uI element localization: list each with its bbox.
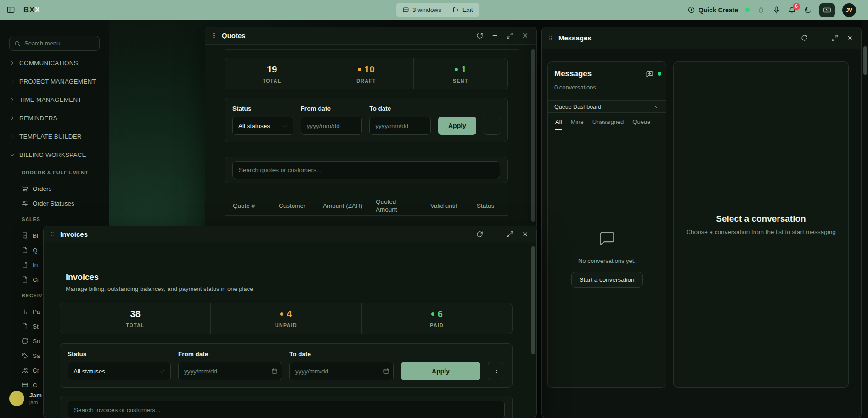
droplet-icon bbox=[757, 6, 765, 14]
page-scrollbar[interactable] bbox=[862, 20, 868, 418]
sidebar-item-label: Sa bbox=[33, 352, 40, 359]
sidebar-item-billing-workspace[interactable]: BILLING WORKSPACE bbox=[0, 145, 109, 164]
logo-accent: X bbox=[35, 6, 40, 14]
user-avatar[interactable]: JV bbox=[842, 3, 856, 17]
apply-filters-button[interactable]: Apply bbox=[401, 362, 480, 380]
theme-toggle-button[interactable] bbox=[804, 6, 812, 14]
sidebar-item-label: Cr bbox=[33, 367, 39, 374]
quotes-titlebar[interactable]: Quotes bbox=[205, 27, 536, 45]
notifications-button[interactable]: 6 bbox=[788, 6, 796, 14]
apply-filters-button[interactable]: Apply bbox=[438, 117, 476, 135]
to-date-input[interactable] bbox=[369, 117, 431, 135]
drag-handle-icon[interactable] bbox=[547, 35, 554, 41]
stat-value: 4 bbox=[287, 309, 292, 319]
invoices-window-body: Invoices Manage billing, outstanding bal… bbox=[44, 242, 536, 418]
page-scrollbar-thumb[interactable] bbox=[863, 46, 867, 75]
minimize-button[interactable] bbox=[489, 30, 501, 42]
refresh-button[interactable] bbox=[473, 228, 485, 240]
sidebar-toggle-button[interactable] bbox=[6, 6, 15, 14]
conversations-empty-state: No conversations yet. Start a conversati… bbox=[548, 130, 666, 387]
minimize-button[interactable] bbox=[813, 32, 825, 44]
quotes-scrollbar[interactable] bbox=[531, 49, 535, 222]
column-quote-number: Quote # bbox=[233, 202, 279, 210]
refresh-button[interactable] bbox=[798, 32, 810, 44]
tab-all[interactable]: All bbox=[555, 113, 562, 130]
conversation-tabs: All Mine Unassigned Queue bbox=[548, 113, 666, 130]
from-date-input[interactable] bbox=[178, 362, 282, 380]
clear-filters-button[interactable] bbox=[488, 362, 503, 380]
maximize-button[interactable] bbox=[504, 228, 516, 240]
sidebar-item-label: Ci bbox=[33, 276, 39, 283]
quotes-search-input[interactable] bbox=[232, 161, 500, 179]
status-select-value: All statuses bbox=[73, 368, 105, 375]
sidebar-item-reminders[interactable]: REMINDERS bbox=[0, 109, 109, 127]
sidebar-search[interactable] bbox=[9, 36, 100, 51]
exit-button[interactable]: Exit bbox=[447, 5, 478, 15]
sliders-icon bbox=[21, 200, 28, 207]
user-profile-email: jam bbox=[29, 400, 42, 405]
clear-filters-button[interactable] bbox=[484, 117, 500, 135]
conversation-panel-header: Messages bbox=[554, 69, 661, 78]
column-valid-until: Valid until bbox=[430, 202, 477, 210]
maximize-button[interactable] bbox=[829, 32, 840, 44]
to-date-input[interactable] bbox=[289, 362, 394, 380]
sidebar-item-project-management[interactable]: PROJECT MANAGEMENT bbox=[0, 72, 109, 90]
new-conversation-button[interactable] bbox=[646, 70, 654, 78]
tab-unassigned[interactable]: Unassigned bbox=[592, 113, 624, 130]
chevron-right-icon bbox=[9, 97, 15, 103]
windows-icon bbox=[402, 6, 409, 13]
status-select[interactable]: All statuses bbox=[232, 117, 293, 135]
sidebar-search-input[interactable] bbox=[24, 40, 95, 47]
stat-value: 10 bbox=[364, 64, 374, 75]
chat-bubble-icon bbox=[598, 230, 616, 247]
maximize-button[interactable] bbox=[504, 30, 516, 42]
user-profile[interactable]: Jam jam bbox=[9, 391, 42, 406]
invoices-stat-paid: 6 PAID bbox=[361, 303, 512, 334]
quick-create-button[interactable]: Quick Create bbox=[688, 6, 738, 14]
invoices-stat-unpaid: 4 UNPAID bbox=[210, 303, 361, 334]
sidebar-item-orders[interactable]: Orders bbox=[0, 181, 109, 196]
chevron-right-icon bbox=[9, 134, 15, 139]
sidebar-item-time-management[interactable]: TIME MANAGEMENT bbox=[0, 90, 109, 109]
sidebar-item-label: BILLING WORKSPACE bbox=[19, 151, 86, 158]
close-button[interactable] bbox=[844, 32, 856, 44]
messages-panel-title: Messages bbox=[554, 69, 592, 78]
invoices-stats: 38 TOTAL 4 UNPAID 6 PAID bbox=[60, 303, 513, 334]
chevron-right-icon bbox=[9, 78, 15, 84]
status-filter-label: Status bbox=[232, 105, 293, 112]
stat-value: 1 bbox=[461, 64, 466, 75]
invoices-titlebar[interactable]: Invoices bbox=[44, 226, 536, 242]
to-date-label: To date bbox=[369, 105, 431, 112]
tab-queue[interactable]: Queue bbox=[632, 113, 650, 130]
minimize-button[interactable] bbox=[489, 228, 501, 240]
close-button[interactable] bbox=[519, 30, 531, 42]
quotes-stat-sent: 1 SENT bbox=[413, 58, 507, 89]
sidebar-item-label: Su bbox=[33, 338, 40, 345]
close-button[interactable] bbox=[519, 228, 531, 240]
drag-handle-icon[interactable] bbox=[211, 33, 217, 39]
drag-handle-icon[interactable] bbox=[49, 231, 56, 237]
windows-button[interactable]: 3 windows bbox=[397, 5, 446, 15]
status-select-value: All statuses bbox=[238, 123, 270, 129]
microphone-icon bbox=[772, 6, 781, 14]
refresh-button[interactable] bbox=[473, 30, 485, 42]
from-date-input[interactable] bbox=[301, 117, 362, 135]
status-select[interactable]: All statuses bbox=[68, 362, 171, 380]
keyboard-button[interactable] bbox=[819, 3, 835, 17]
invoices-search-input[interactable] bbox=[68, 401, 505, 418]
sidebar-item-order-statuses[interactable]: Order Statuses bbox=[0, 196, 109, 211]
queue-dashboard-selector[interactable]: Queue Dashboard bbox=[548, 100, 666, 113]
droplet-button[interactable] bbox=[757, 6, 765, 14]
invoices-scrollbar[interactable] bbox=[531, 246, 535, 354]
column-quoted-amount: Quoted Amount bbox=[376, 198, 430, 214]
sidebar-item-template-builder[interactable]: TEMPLATE BUILDER bbox=[0, 127, 109, 145]
sidebar-item-communications[interactable]: COMMUNICATIONS bbox=[0, 54, 109, 72]
divider bbox=[225, 49, 519, 50]
tab-mine[interactable]: Mine bbox=[570, 113, 583, 130]
quotes-table-header: Quote # Customer Amount (ZAR) Quoted Amo… bbox=[225, 197, 508, 216]
messages-titlebar[interactable]: Messages bbox=[542, 27, 861, 49]
stat-label: TOTAL bbox=[126, 323, 145, 328]
microphone-button[interactable] bbox=[772, 6, 781, 14]
exit-icon bbox=[452, 6, 459, 13]
start-conversation-button[interactable]: Start a conversation bbox=[571, 272, 642, 288]
